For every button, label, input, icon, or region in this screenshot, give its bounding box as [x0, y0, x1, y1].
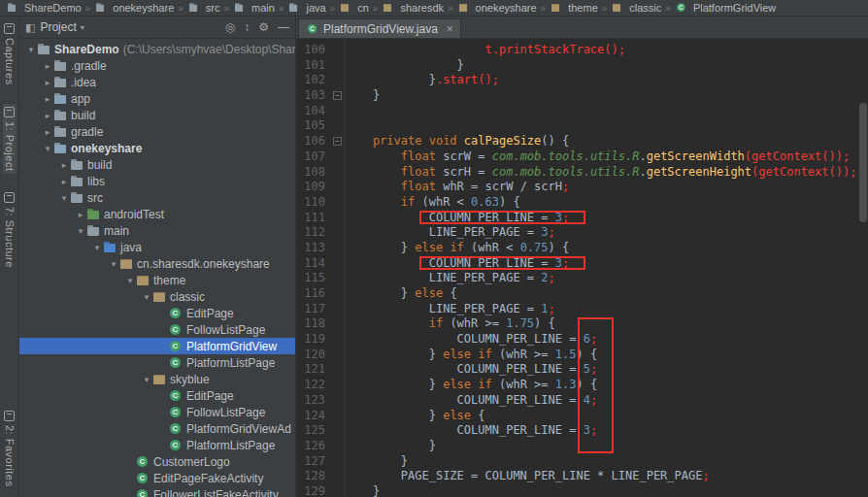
code-text[interactable]: } else if (whR < 0.75) {: [345, 241, 569, 256]
code-text[interactable]: } else {: [345, 286, 457, 302]
tree-item-main[interactable]: ▾main: [19, 222, 295, 239]
locate-icon[interactable]: ◎: [225, 21, 235, 33]
code-text[interactable]: COLUMN_PER_LINE = 3;: [345, 211, 569, 226]
tree-item-followlistpage[interactable]: FollowListPage: [19, 321, 295, 338]
tree-item-onekeyshare[interactable]: ▾onekeyshare: [19, 140, 295, 156]
expanded-arrow-icon[interactable]: ▾: [108, 259, 119, 269]
breadcrumb-item-theme[interactable]: theme: [549, 2, 599, 14]
breadcrumb-item-sharedemo[interactable]: ShareDemo: [5, 2, 83, 14]
collapsed-arrow-icon[interactable]: ▸: [42, 111, 53, 120]
tool-button-2-favorites[interactable]: 2: Favorites: [3, 408, 17, 489]
code-text[interactable]: } else {: [345, 409, 485, 424]
hide-panel-icon[interactable]: —: [278, 21, 289, 33]
breadcrumb-item-platformgridview[interactable]: PlatformGridView: [674, 2, 777, 14]
code-text[interactable]: if (whR < 0.63) {: [345, 195, 520, 211]
tree-item-idea[interactable]: ▸.idea: [19, 74, 295, 90]
line-number[interactable]: 115: [296, 271, 329, 286]
line-number[interactable]: 125: [296, 423, 329, 439]
editor-scrollbar[interactable]: [858, 39, 868, 497]
tree-item-platformgridviewad[interactable]: PlatformGridViewAd: [19, 420, 295, 437]
tree-item-customerlogo[interactable]: CustomerLogo: [19, 453, 295, 470]
line-number[interactable]: 112: [296, 225, 329, 241]
line-number[interactable]: 104: [296, 104, 329, 119]
line-number[interactable]: 100: [296, 43, 329, 58]
line-number[interactable]: 123: [296, 393, 329, 409]
collapsed-arrow-icon[interactable]: ▸: [42, 61, 53, 71]
code-text[interactable]: } else if (whR >= 1.5) {: [345, 348, 597, 363]
breadcrumb-item-sharesdk[interactable]: sharesdk: [381, 2, 445, 14]
line-number[interactable]: 121: [296, 362, 329, 378]
line-number[interactable]: 129: [296, 484, 329, 497]
breadcrumb-item-main[interactable]: main: [232, 2, 276, 14]
expanded-arrow-icon[interactable]: ▾: [141, 375, 152, 384]
code-text[interactable]: COLUMN_PER_LINE = 6;: [345, 332, 597, 348]
code-text[interactable]: float whR = scrW / scrH;: [345, 180, 569, 195]
line-number[interactable]: 101: [296, 58, 329, 74]
collapsed-arrow-icon[interactable]: ▸: [42, 78, 53, 87]
tool-button-7-structure[interactable]: 7: Structure: [3, 189, 17, 271]
tree-item-sharedemo[interactable]: ▾ShareDemo (C:\Users\smyhvae\Desktop\Sha…: [19, 41, 295, 57]
line-number[interactable]: 118: [296, 316, 329, 332]
line-number[interactable]: 128: [296, 469, 329, 484]
tree-item-followerlistfakeactivity[interactable]: FollowerListFakeActivity: [19, 486, 295, 497]
line-number[interactable]: 113: [296, 241, 329, 256]
code-text[interactable]: }: [345, 439, 436, 454]
line-number[interactable]: 108: [296, 165, 329, 181]
tree-item-androidtest[interactable]: ▸androidTest: [19, 206, 295, 222]
tree-item-platformlistpage[interactable]: PlatformListPage: [19, 437, 295, 453]
project-view-selector[interactable]: Project ▾: [40, 20, 83, 34]
tree-item-src[interactable]: ▾src: [19, 189, 295, 206]
tree-item-followlistpage[interactable]: FollowListPage: [19, 404, 295, 420]
code-text[interactable]: LINE_PER_PAGE = 2;: [345, 271, 555, 286]
code-text[interactable]: }.start();: [345, 73, 499, 88]
line-number[interactable]: 114: [296, 256, 329, 272]
fold-marker-icon[interactable]: −: [333, 91, 342, 100]
code-text[interactable]: LINE_PER_PAGE = 1;: [345, 302, 555, 317]
tree-item-editpage[interactable]: EditPage: [19, 387, 295, 404]
breadcrumb-item-onekeyshare[interactable]: onekeyshare: [456, 2, 538, 14]
code-text[interactable]: if (whR >= 1.75) {: [345, 316, 555, 332]
tab-close-icon[interactable]: ×: [447, 22, 453, 36]
code-text[interactable]: COLUMN_PER_LINE = 4;: [345, 393, 597, 409]
tree-item-editpage[interactable]: EditPage: [19, 305, 295, 321]
line-number[interactable]: 119: [296, 332, 329, 348]
expanded-arrow-icon[interactable]: ▾: [25, 45, 37, 54]
code-text[interactable]: t.printStackTrace();: [345, 43, 625, 58]
breadcrumb-item-cn[interactable]: cn: [338, 2, 370, 14]
tree-item-libs[interactable]: ▸libs: [19, 173, 295, 189]
line-number[interactable]: 105: [296, 118, 329, 134]
code-text[interactable]: }: [345, 454, 408, 470]
expanded-arrow-icon[interactable]: ▾: [141, 292, 152, 302]
code-text[interactable]: COLUMN_PER_LINE = 3;: [345, 256, 569, 272]
tool-button-1-project[interactable]: 1: Project: [3, 104, 17, 174]
breadcrumb-item-classic[interactable]: classic: [610, 2, 662, 14]
code-text[interactable]: private void calPageSize() {: [345, 134, 569, 149]
line-number[interactable]: 116: [296, 286, 329, 302]
line-number[interactable]: 103: [296, 88, 329, 104]
tab-platformgridview-java[interactable]: PlatformGridView.java ×: [298, 18, 461, 38]
code-text[interactable]: }: [345, 58, 464, 74]
line-number[interactable]: 127: [296, 454, 329, 470]
tree-item-java[interactable]: ▾java: [19, 239, 295, 255]
code-text[interactable]: LINE_PER_PAGE = 3;: [345, 225, 555, 241]
expanded-arrow-icon[interactable]: ▾: [91, 243, 103, 252]
code-text[interactable]: float scrW = com.mob.tools.utils.R.getSc…: [345, 149, 850, 165]
line-number[interactable]: 106: [296, 134, 329, 149]
code-text[interactable]: COLUMN_PER_LINE = 5;: [345, 362, 597, 378]
line-number[interactable]: 117: [296, 302, 329, 317]
code-text[interactable]: }: [345, 484, 380, 497]
collapsed-arrow-icon[interactable]: ▸: [42, 94, 53, 104]
tree-item-skyblue[interactable]: ▾skyblue: [19, 371, 295, 387]
tool-button-captures[interactable]: Captures: [3, 20, 17, 88]
breadcrumb-item-java[interactable]: java: [286, 2, 326, 14]
code-editor[interactable]: 100 t.printStackTrace();101 }102 }.start…: [296, 39, 868, 497]
line-number[interactable]: 107: [296, 149, 329, 165]
code-text[interactable]: COLUMN_PER_LINE = 3;: [345, 423, 597, 439]
code-text[interactable]: PAGE_SIZE = COLUMN_PER_LINE * LINE_PER_P…: [345, 469, 710, 484]
line-number[interactable]: 102: [296, 73, 329, 88]
breadcrumb-item-onekeyshare[interactable]: onekeyshare: [93, 2, 175, 14]
expanded-arrow-icon[interactable]: ▾: [75, 226, 86, 236]
tree-item-editpagefakeactivity[interactable]: EditPageFakeActivity: [19, 470, 295, 486]
scrollbar-thumb[interactable]: [859, 103, 867, 222]
line-number[interactable]: 124: [296, 409, 329, 424]
